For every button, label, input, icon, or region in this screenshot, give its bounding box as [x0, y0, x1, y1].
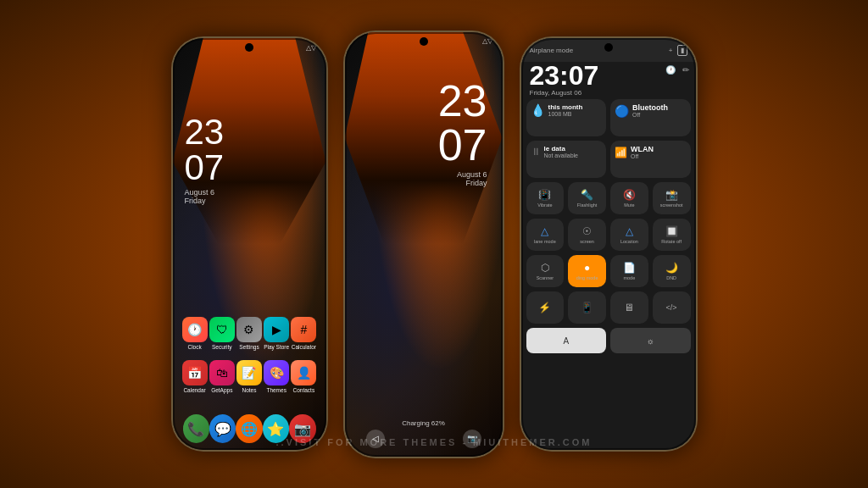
- power-btn[interactable]: ⚡: [526, 291, 565, 324]
- app-label-calculator: Calculator: [292, 344, 316, 350]
- dnd-btn[interactable]: 🌙 DND: [653, 255, 691, 287]
- screen-icon: ☉: [582, 225, 592, 237]
- screenshot-btn[interactable]: 📸 screenshot: [653, 182, 691, 214]
- location-btn[interactable]: △ Location: [610, 219, 648, 251]
- mute-label: Mute: [624, 202, 634, 208]
- list-item[interactable]: 🛡 Security: [209, 317, 236, 350]
- security-icon: 🛡: [209, 317, 235, 342]
- app-label-getapps: GetApps: [211, 387, 232, 393]
- list-item[interactable]: 📅 Calendar: [181, 360, 209, 393]
- wlan-title: WLAN: [631, 145, 654, 153]
- brightness-icon: ☼: [647, 336, 654, 346]
- calculator-icon: #: [291, 317, 316, 342]
- phone-btn[interactable]: 📱: [568, 291, 606, 324]
- notes-icon: 📝: [236, 360, 262, 385]
- vibrate-label: Vibrate: [537, 202, 552, 208]
- clock-icon: 🕐: [182, 317, 208, 342]
- phone-control-center: Airplane mode + ▮ 23:07 Friday, August 0…: [520, 36, 698, 452]
- scanner-label: Scanner: [537, 275, 554, 280]
- cc-bluetooth-tile[interactable]: 🔵 Bluetooth Off: [610, 99, 691, 136]
- wlan-icon: 📶: [615, 147, 627, 158]
- code-btn[interactable]: </>: [653, 291, 691, 324]
- cc-header-right: + ▮: [669, 45, 687, 56]
- dock-mi[interactable]: 🌐: [236, 414, 262, 443]
- cc-icons-row-1: 📳 Vibrate 🔦 Flashlight 🔇 Mute 📸 screensh…: [526, 182, 691, 214]
- vibrate-icon: 📳: [538, 189, 551, 201]
- list-item[interactable]: # Calculator: [290, 317, 317, 350]
- app-label-themes: Themes: [266, 387, 286, 393]
- imode-label: mode: [623, 275, 635, 280]
- mobiledata-icon: ⏸: [531, 146, 541, 158]
- app-row-1: 🕐 Clock 🛡 Security ⚙ Settings ▶ Play Sto…: [181, 317, 318, 350]
- mute-btn[interactable]: 🔇 Mute: [610, 182, 648, 214]
- lock-date: August 6 Friday: [438, 170, 487, 187]
- bt-title: Bluetooth: [632, 103, 668, 112]
- dingmode-btn[interactable]: ● ding mode: [568, 255, 606, 287]
- edit-icon[interactable]: ✏: [682, 65, 689, 75]
- charging-text: Charging 62%: [402, 419, 445, 427]
- list-item[interactable]: 🎨 Themes: [263, 360, 290, 393]
- mdata-status: Not available: [544, 152, 578, 158]
- lock-time: 23 07: [438, 79, 487, 167]
- rotate-btn[interactable]: 🔲 Rotate off: [653, 219, 691, 251]
- list-item[interactable]: 📝 Notes: [236, 360, 263, 393]
- dock-messages[interactable]: 💬: [209, 414, 236, 443]
- phone-homescreen: △▽ 23 07 August 6 Friday 🕐: [171, 36, 328, 452]
- data-title: this month: [548, 103, 583, 111]
- location-label: Location: [620, 239, 638, 244]
- screenshot-icon: 📸: [665, 189, 678, 201]
- brightness-btn[interactable]: ☼: [610, 328, 691, 353]
- screen-btn[interactable]: ☉ screen: [568, 219, 606, 251]
- imode-btn[interactable]: 📄 mode: [610, 255, 648, 287]
- data-amount: 1008 MB: [548, 111, 583, 117]
- punch-hole-2: [420, 37, 428, 46]
- cc-data-tile[interactable]: 💧 this month 1008 MB: [526, 99, 607, 136]
- cast-icon: 🖥: [624, 302, 634, 313]
- mute-icon: 🔇: [623, 189, 636, 201]
- dnd-icon: 🌙: [665, 262, 678, 274]
- vibrate-btn[interactable]: 📳 Vibrate: [526, 182, 565, 214]
- control-center: Airplane mode + ▮ 23:07 Friday, August 0…: [521, 38, 696, 450]
- screen-label: screen: [580, 239, 594, 244]
- dock-phone[interactable]: 📞: [183, 414, 209, 443]
- app-label-playstore: Play Store: [264, 344, 289, 350]
- scanner-btn[interactable]: ⬡ Scanner: [526, 255, 565, 287]
- contacts-icon: 👤: [291, 360, 316, 385]
- cc-mobiledata-tile[interactable]: ⏸ le data Not available: [526, 141, 607, 178]
- app-label-settings: Settings: [239, 344, 259, 350]
- status-signal: △▽: [306, 44, 316, 52]
- flashlight-icon: 🔦: [581, 189, 593, 201]
- list-item[interactable]: 🛍 GetApps: [209, 360, 236, 393]
- cast-btn[interactable]: 🖥: [610, 291, 648, 324]
- app-row-2: 📅 Calendar 🛍 GetApps 📝 Notes 🎨 Themes: [181, 360, 318, 393]
- getapps-icon: 🛍: [209, 360, 235, 385]
- playstore-icon: ▶: [264, 317, 289, 342]
- calendar-icon: 📅: [182, 360, 208, 385]
- app-label-security: Security: [212, 344, 231, 350]
- alarm-icon[interactable]: 🕐: [665, 65, 676, 75]
- list-item[interactable]: ⚙ Settings: [236, 317, 263, 350]
- lanemode-btn[interactable]: △ lane mode: [526, 219, 565, 251]
- font-btn[interactable]: A: [526, 328, 607, 353]
- status-signal-2: △▽: [482, 37, 492, 45]
- phones-container: △▽ 23 07 August 6 Friday 🕐: [163, 0, 706, 488]
- status-icons: △▽: [306, 44, 316, 52]
- flashlight-btn[interactable]: 🔦 Flashlight: [568, 182, 606, 214]
- screenshot-label: screenshot: [660, 202, 683, 208]
- bt-status: Off: [632, 112, 668, 118]
- cc-icons-row-3: ⬡ Scanner ● ding mode 📄 mode 🌙 DND: [526, 255, 691, 287]
- homescreen: △▽ 23 07 August 6 Friday 🕐: [173, 38, 326, 450]
- cc-clock: 23:07 Friday, August 06: [530, 62, 599, 97]
- code-icon: </>: [666, 303, 677, 312]
- list-item[interactable]: ▶ Play Store: [263, 317, 290, 350]
- app-label-contacts: Contacts: [293, 387, 315, 393]
- list-item[interactable]: 🕐 Clock: [181, 317, 209, 350]
- clock-widget: 23 07 August 6 Friday: [185, 114, 225, 205]
- list-item[interactable]: 👤 Contacts: [290, 360, 317, 393]
- data-icon: 💧: [531, 103, 545, 117]
- airplane-mode-label: Airplane mode: [530, 47, 669, 54]
- cc-wlan-tile[interactable]: 📶 WLAN Off: [610, 141, 691, 178]
- battery-icon: ▮: [677, 45, 687, 56]
- cc-row-1: 💧 this month 1008 MB 🔵 Bluetooth: [526, 99, 691, 136]
- app-label-clock: Clock: [187, 344, 201, 350]
